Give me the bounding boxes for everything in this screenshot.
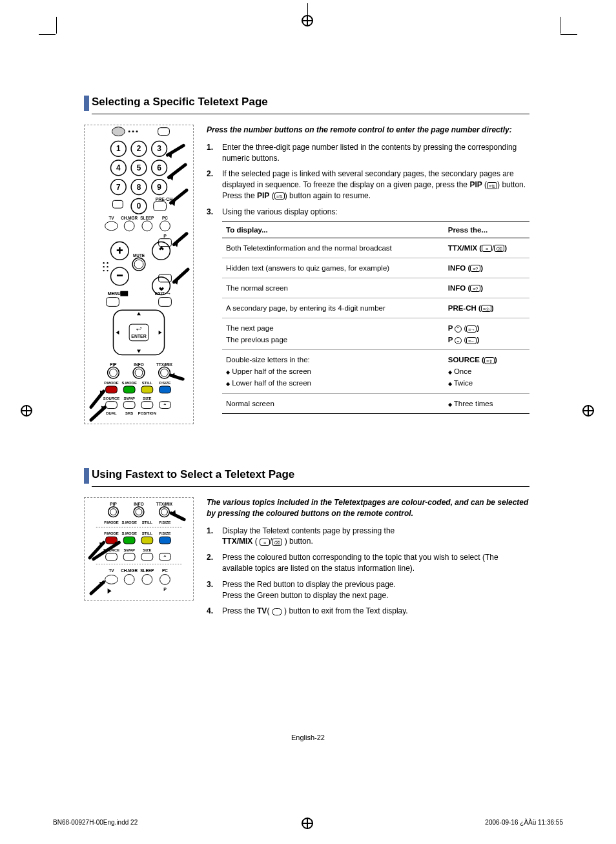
svg-text:6: 6 [157,163,161,172]
svg-rect-123 [159,537,171,544]
svg-text:7: 7 [116,183,121,192]
table-cell-right: INFO (≡?) [444,278,529,298]
svg-text:SLEEP: SLEEP [140,216,154,220]
step-item: 1. Enter the three-digit page number lis… [207,142,529,164]
svg-rect-79 [106,386,118,393]
svg-point-50 [107,262,108,263]
section2: Using Fastext to Select a Teletext Page … [84,468,529,622]
svg-rect-127 [106,553,118,561]
svg-text:SWAP: SWAP [123,396,134,400]
svg-text:S.MODE: S.MODE [122,381,137,385]
svg-text:3: 3 [157,144,161,153]
svg-point-109 [159,507,170,517]
svg-text:P.SIZE: P.SIZE [159,531,171,535]
step-item: 4. Press the TV( ) button to exit from t… [207,606,529,617]
svg-rect-121 [123,537,135,544]
svg-rect-122 [141,537,153,544]
svg-text:PC: PC [162,216,168,220]
crop-mark-left [18,402,37,422]
svg-text:→: → [166,291,171,296]
svg-point-3 [136,130,138,132]
svg-point-74 [161,369,169,376]
svg-text:5: 5 [137,163,141,172]
svg-text:EXIT: EXIT [155,291,165,296]
step-text: Display the Teletext contents page by pr… [222,526,529,548]
svg-point-48 [134,260,143,269]
mix-icon: ⌫ [272,539,282,546]
svg-point-32 [105,221,118,231]
section2-text: The various topics included in the Telet… [207,497,529,622]
svg-point-108 [136,509,142,515]
table-cell-right: ◆ Three times [444,393,529,413]
ttx-icon: ≡ [260,539,270,546]
section2-heading: Using Fastext to Select a Teletext Page [92,468,529,484]
svg-text:PRE-CH: PRE-CH [156,197,172,201]
step-number: 3. [207,579,222,601]
remote-illustration-partial: PIP INFO TTX/MIX P.MODE S.MODE STILL P.S… [84,497,194,601]
svg-text:P.SIZE: P.SIZE [159,381,171,385]
svg-text:−: − [117,270,123,281]
svg-text:CH.MGR: CH.MGR [121,216,138,220]
svg-rect-61 [159,298,172,307]
svg-text:MUTE: MUTE [133,253,145,258]
svg-rect-57 [120,291,128,296]
section1-heading-wrap: Selecting a Specific Teletext Page [84,96,529,111]
svg-point-72 [135,369,143,376]
svg-line-97 [169,165,185,178]
table-cell-left: Normal screen [222,393,444,413]
step-number: 3. [207,207,222,414]
section2-body: PIP INFO TTX/MIX P.MODE S.MODE STILL P.S… [84,497,529,622]
svg-line-98 [170,190,187,203]
svg-text:PC: PC [162,568,168,573]
svg-text:SIZE: SIZE [143,396,151,400]
svg-text:TTX/MIX: TTX/MIX [156,362,173,367]
svg-point-110 [161,509,168,515]
svg-text:0: 0 [137,201,141,211]
svg-text:SIZE: SIZE [143,548,151,552]
table-cell-left: The next pageThe previous page [222,318,444,350]
svg-point-105 [108,507,119,517]
section-underline [92,486,529,487]
svg-text:CH.MGR: CH.MGR [121,568,138,573]
svg-text:INFO: INFO [134,502,143,506]
svg-text:INFO: INFO [134,362,143,367]
footer-timestamp: 2006-09-16 ¿ÀÀü 11:36:55 [485,819,563,826]
section-underline [92,114,529,114]
svg-text:SWAP: SWAP [123,548,134,552]
svg-text:P.MODE: P.MODE [104,531,119,535]
display-options-table: To display... Press the... Both Teletext… [222,221,529,414]
table-cell-left: Both Teletextinformation and the normal … [222,238,444,258]
svg-text:DUAL: DUAL [106,411,117,415]
svg-rect-62 [113,310,164,355]
table-cell-right: TTX/MIX (≡/⌫) [444,238,529,258]
svg-point-2 [132,130,134,132]
table-cell-left: The normal screen [222,278,444,298]
svg-point-54 [107,270,108,271]
table-row: Both Teletextinformation and the normal … [222,238,529,258]
section-accent-bar [84,468,89,484]
step-text: Enter the three-digit page number listed… [222,142,529,164]
svg-text:P.MODE: P.MODE [104,520,119,524]
pip-icon: ≡⇅ [274,192,285,200]
step-number: 2. [207,169,222,201]
svg-text:STILL: STILL [142,520,153,524]
page-number: English-22 [0,734,616,741]
svg-text:⌃: ⌃ [163,555,167,561]
svg-text:1: 1 [116,144,121,153]
table-cell-left: Hidden text (answers to quiz games, for … [222,258,444,278]
svg-rect-128 [123,553,135,561]
svg-point-1 [128,130,130,132]
footer: BN68-00927H-00Eng.indd 22 2006-09-16 ¿ÀÀ… [53,819,563,826]
table-row: Hidden text (answers to quiz games, for … [222,258,529,278]
svg-point-52 [107,266,108,267]
section2-heading-wrap: Using Fastext to Select a Teletext Page [84,468,529,484]
footer-filename: BN68-00927H-00Eng.indd 22 [53,819,138,826]
svg-rect-81 [141,386,153,393]
svg-point-137 [105,575,118,584]
page-content: Selecting a Specific Teletext Page 1 2 3… [84,96,529,622]
crop-line [560,17,560,34]
section-accent-bar [84,96,89,111]
step-text: Using the various display options: To di… [222,207,529,414]
section1-heading: Selecting a Specific Teletext Page [92,96,529,111]
svg-point-138 [124,575,134,585]
